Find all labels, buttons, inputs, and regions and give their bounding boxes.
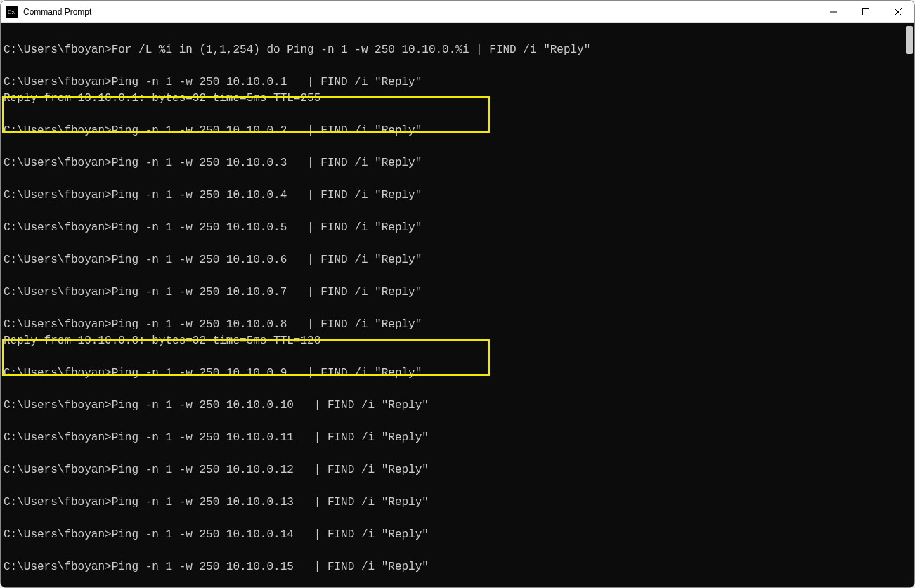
command-line: C:\Users\fboyan>Ping -n 1 -w 250 10.10.0… [4, 430, 904, 446]
command-line: C:\Users\fboyan>Ping -n 1 -w 250 10.10.0… [4, 398, 904, 414]
window: C:\ Command Prompt C:\Users\fboyan>For /… [0, 0, 915, 588]
command-line: C:\Users\fboyan>Ping -n 1 -w 250 10.10.0… [4, 462, 904, 478]
blank-line [4, 381, 904, 398]
blank-line [4, 349, 904, 365]
titlebar-left: C:\ Command Prompt [6, 6, 91, 18]
window-controls [817, 1, 914, 22]
command-line: C:\Users\fboyan>Ping -n 1 -w 250 10.10.0… [4, 365, 904, 381]
blank-line [4, 139, 904, 155]
command-line: C:\Users\fboyan>Ping -n 1 -w 250 10.10.0… [4, 155, 904, 171]
blank-line [4, 171, 904, 188]
blank-line [4, 26, 904, 42]
command-line: C:\Users\fboyan>Ping -n 1 -w 250 10.10.0… [4, 252, 904, 268]
command-line: C:\Users\fboyan>Ping -n 1 -w 250 10.10.0… [4, 188, 904, 204]
blank-line [4, 414, 904, 430]
cmd-icon: C:\ [6, 6, 18, 18]
scrollbar-thumb[interactable] [906, 26, 913, 54]
command-line: C:\Users\fboyan>Ping -n 1 -w 250 10.10.0… [4, 74, 904, 91]
command-line: C:\Users\fboyan>Ping -n 1 -w 250 10.10.0… [4, 527, 904, 543]
blank-line [4, 511, 904, 527]
output-line: Reply from 10.10.0.8: bytes=32 time=5ms … [4, 333, 904, 349]
window-title: Command Prompt [23, 7, 91, 17]
svg-text:C:\: C:\ [8, 9, 15, 15]
blank-line [4, 478, 904, 495]
command-line: C:\Users\fboyan>Ping -n 1 -w 250 10.10.0… [4, 317, 904, 333]
titlebar[interactable]: C:\ Command Prompt [1, 1, 914, 23]
blank-line [4, 268, 904, 285]
close-button[interactable] [882, 1, 914, 22]
minimize-button[interactable] [817, 1, 850, 22]
blank-line [4, 543, 904, 559]
terminal[interactable]: C:\Users\fboyan>For /L %i in (1,1,254) d… [1, 23, 904, 587]
command-line: C:\Users\fboyan>Ping -n 1 -w 250 10.10.0… [4, 285, 904, 301]
svg-rect-3 [863, 8, 869, 15]
command-line: C:\Users\fboyan>Ping -n 1 -w 250 10.10.0… [4, 559, 904, 575]
blank-line [4, 446, 904, 462]
command-line: C:\Users\fboyan>For /L %i in (1,1,254) d… [4, 42, 904, 58]
blank-line [4, 58, 904, 74]
terminal-wrap: C:\Users\fboyan>For /L %i in (1,1,254) d… [1, 23, 914, 587]
command-line: C:\Users\fboyan>Ping -n 1 -w 250 10.10.0… [4, 123, 904, 139]
maximize-button[interactable] [850, 1, 882, 22]
command-line: C:\Users\fboyan>Ping -n 1 -w 250 10.10.0… [4, 495, 904, 511]
blank-line [4, 204, 904, 220]
output-line: Reply from 10.10.0.1: bytes=32 time=5ms … [4, 91, 904, 107]
scrollbar[interactable] [904, 23, 914, 587]
blank-line [4, 301, 904, 317]
blank-line [4, 107, 904, 123]
blank-line [4, 236, 904, 252]
command-line: C:\Users\fboyan>Ping -n 1 -w 250 10.10.0… [4, 220, 904, 236]
